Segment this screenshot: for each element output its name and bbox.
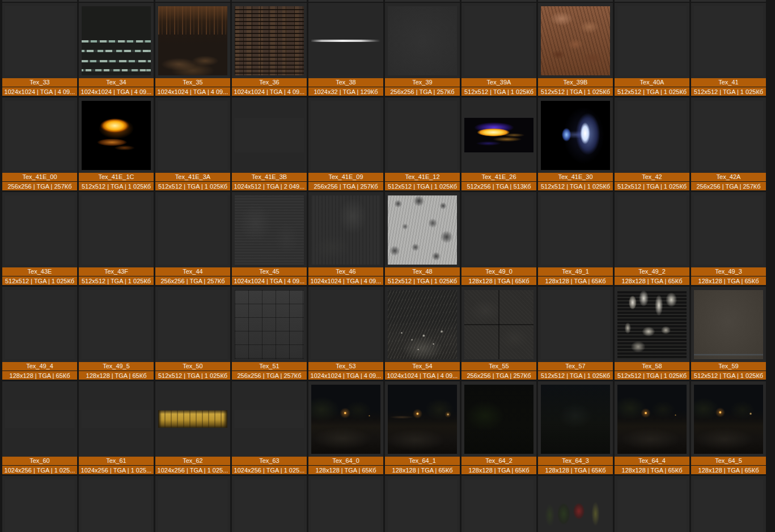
- texture-thumbnail[interactable]: [385, 381, 460, 457]
- texture-cell[interactable]: [691, 476, 766, 532]
- texture-cell[interactable]: [615, 476, 689, 532]
- texture-cell[interactable]: Tex_57 512x512 | TGA | 1 025Кб: [538, 287, 613, 380]
- texture-thumbnail[interactable]: [79, 476, 154, 532]
- texture-thumbnail[interactable]: [538, 192, 613, 267]
- texture-thumbnail[interactable]: [461, 3, 536, 78]
- texture-thumbnail[interactable]: [232, 192, 307, 267]
- texture-cell[interactable]: Tex_64_4 128x128 | TGA | 65Кб: [615, 381, 689, 474]
- texture-cell[interactable]: Tex_41E_3B 1024x512 | TGA | 2 049...: [232, 97, 307, 190]
- texture-cell[interactable]: Tex_58 512x512 | TGA | 1 025Кб: [615, 287, 689, 380]
- texture-thumbnail[interactable]: [461, 192, 536, 267]
- texture-thumbnail[interactable]: [691, 381, 766, 457]
- texture-thumbnail[interactable]: [155, 97, 230, 173]
- texture-cell[interactable]: Tex_39A 512x512 | TGA | 1 025Кб: [461, 3, 536, 96]
- texture-cell[interactable]: [308, 476, 383, 532]
- texture-cell[interactable]: [155, 476, 230, 532]
- texture-thumbnail[interactable]: [385, 476, 460, 532]
- texture-thumbnail[interactable]: [538, 287, 613, 362]
- texture-thumbnail[interactable]: [79, 381, 154, 457]
- texture-thumbnail[interactable]: [308, 3, 383, 78]
- texture-thumbnail[interactable]: [2, 381, 77, 457]
- texture-cell[interactable]: Tex_45 1024x1024 | TGA | 4 09...: [232, 192, 307, 285]
- texture-thumbnail[interactable]: [155, 287, 230, 362]
- texture-cell[interactable]: Tex_44 256x256 | TGA | 257Кб: [155, 192, 230, 285]
- texture-thumbnail[interactable]: [691, 476, 766, 532]
- texture-thumbnail[interactable]: [615, 192, 689, 267]
- texture-thumbnail[interactable]: [691, 97, 766, 173]
- texture-cell[interactable]: Tex_42A 256x256 | TGA | 257Кб: [691, 97, 766, 190]
- texture-thumbnail[interactable]: [461, 381, 536, 457]
- texture-cell[interactable]: Tex_48 512x512 | TGA | 1 025Кб: [385, 192, 460, 285]
- texture-thumbnail[interactable]: [615, 287, 689, 362]
- texture-cell[interactable]: Tex_62 1024x256 | TGA | 1 025...: [155, 381, 230, 474]
- texture-thumbnail[interactable]: [2, 476, 77, 532]
- texture-thumbnail[interactable]: [538, 3, 613, 78]
- texture-cell[interactable]: Tex_61 1024x256 | TGA | 1 025...: [79, 381, 154, 474]
- texture-thumbnail[interactable]: [691, 3, 766, 78]
- texture-cell[interactable]: Tex_33 1024x1024 | TGA | 4 09...: [2, 3, 77, 96]
- texture-thumbnail[interactable]: [232, 381, 307, 457]
- texture-cell[interactable]: Tex_63 1024x256 | TGA | 1 025...: [232, 381, 307, 474]
- texture-thumbnail[interactable]: [232, 3, 307, 78]
- texture-cell[interactable]: Tex_49_4 128x128 | TGA | 65Кб: [2, 287, 77, 380]
- texture-cell[interactable]: Tex_41E_30 512x512 | TGA | 1 025Кб: [538, 97, 613, 190]
- texture-thumbnail[interactable]: [2, 97, 77, 173]
- texture-cell[interactable]: Tex_51 256x256 | TGA | 257Кб: [232, 287, 307, 380]
- texture-thumbnail[interactable]: [2, 287, 77, 362]
- texture-thumbnail[interactable]: [79, 3, 154, 78]
- texture-cell[interactable]: [79, 476, 154, 532]
- texture-thumbnail[interactable]: [691, 287, 766, 362]
- texture-cell[interactable]: Tex_41E_09 256x256 | TGA | 257Кб: [308, 97, 383, 190]
- texture-cell[interactable]: Tex_50 512x512 | TGA | 1 025Кб: [155, 287, 230, 380]
- texture-cell[interactable]: Tex_41 512x512 | TGA | 1 025Кб: [691, 3, 766, 96]
- texture-cell[interactable]: Tex_49_3 128x128 | TGA | 65Кб: [691, 192, 766, 285]
- texture-cell[interactable]: Tex_39B 512x512 | TGA | 1 025Кб: [538, 3, 613, 96]
- texture-cell[interactable]: Tex_64_1 128x128 | TGA | 65Кб: [385, 381, 460, 474]
- texture-thumbnail[interactable]: [232, 476, 307, 532]
- texture-cell[interactable]: [385, 476, 460, 532]
- texture-thumbnail[interactable]: [308, 192, 383, 267]
- texture-thumbnail[interactable]: [615, 476, 689, 532]
- texture-thumbnail[interactable]: [385, 192, 460, 267]
- texture-thumbnail[interactable]: [79, 192, 154, 267]
- texture-cell[interactable]: [461, 476, 536, 532]
- texture-cell[interactable]: Tex_41E_12 512x512 | TGA | 1 025Кб: [385, 97, 460, 190]
- texture-cell[interactable]: Tex_60 1024x256 | TGA | 1 025...: [2, 381, 77, 474]
- texture-cell[interactable]: Tex_64_5 128x128 | TGA | 65Кб: [691, 381, 766, 474]
- texture-cell[interactable]: Tex_35 1024x1024 | TGA | 4 09...: [155, 3, 230, 96]
- texture-thumbnail[interactable]: [155, 192, 230, 267]
- texture-cell[interactable]: [2, 476, 77, 532]
- texture-cell[interactable]: Tex_64_0 128x128 | TGA | 65Кб: [308, 381, 383, 474]
- texture-cell[interactable]: Tex_49_1 128x128 | TGA | 65Кб: [538, 192, 613, 285]
- texture-cell[interactable]: Tex_41E_1C 512x512 | TGA | 1 025Кб: [79, 97, 154, 190]
- texture-cell[interactable]: Tex_43F 512x512 | TGA | 1 025Кб: [79, 192, 154, 285]
- texture-cell[interactable]: Tex_49_0 128x128 | TGA | 65Кб: [461, 192, 536, 285]
- texture-cell[interactable]: Tex_49_2 128x128 | TGA | 65Кб: [615, 192, 689, 285]
- texture-cell[interactable]: Tex_43E 512x512 | TGA | 1 025Кб: [2, 192, 77, 285]
- texture-thumbnail[interactable]: [385, 97, 460, 173]
- texture-cell[interactable]: Tex_36 1024x1024 | TGA | 4 09...: [232, 3, 307, 96]
- texture-thumbnail[interactable]: [385, 287, 460, 362]
- texture-cell[interactable]: Tex_41E_26 512x256 | TGA | 513Кб: [461, 97, 536, 190]
- texture-thumbnail[interactable]: [2, 192, 77, 267]
- texture-thumbnail[interactable]: [155, 3, 230, 78]
- texture-cell[interactable]: Tex_53 1024x1024 | TGA | 4 09...: [308, 287, 383, 380]
- texture-thumbnail[interactable]: [385, 3, 460, 78]
- texture-cell[interactable]: Tex_39 256x256 | TGA | 257Кб: [385, 3, 460, 96]
- texture-thumbnail[interactable]: [538, 476, 613, 532]
- texture-cell[interactable]: Tex_64_3 128x128 | TGA | 65Кб: [538, 381, 613, 474]
- texture-cell[interactable]: Tex_59 512x512 | TGA | 1 025Кб: [691, 287, 766, 380]
- texture-thumbnail[interactable]: [232, 287, 307, 362]
- texture-thumbnail[interactable]: [308, 476, 383, 532]
- texture-thumbnail[interactable]: [461, 97, 536, 173]
- texture-cell[interactable]: Tex_64_2 128x128 | TGA | 65Кб: [461, 381, 536, 474]
- texture-thumbnail[interactable]: [79, 97, 154, 173]
- texture-cell[interactable]: [538, 476, 613, 532]
- texture-cell[interactable]: Tex_41E_00 256x256 | TGA | 257Кб: [2, 97, 77, 190]
- texture-thumbnail[interactable]: [232, 97, 307, 173]
- texture-thumbnail[interactable]: [461, 476, 536, 532]
- texture-thumbnail[interactable]: [308, 97, 383, 173]
- texture-thumbnail[interactable]: [155, 476, 230, 532]
- texture-thumbnail[interactable]: [308, 287, 383, 362]
- texture-cell[interactable]: Tex_46 1024x1024 | TGA | 4 09...: [308, 192, 383, 285]
